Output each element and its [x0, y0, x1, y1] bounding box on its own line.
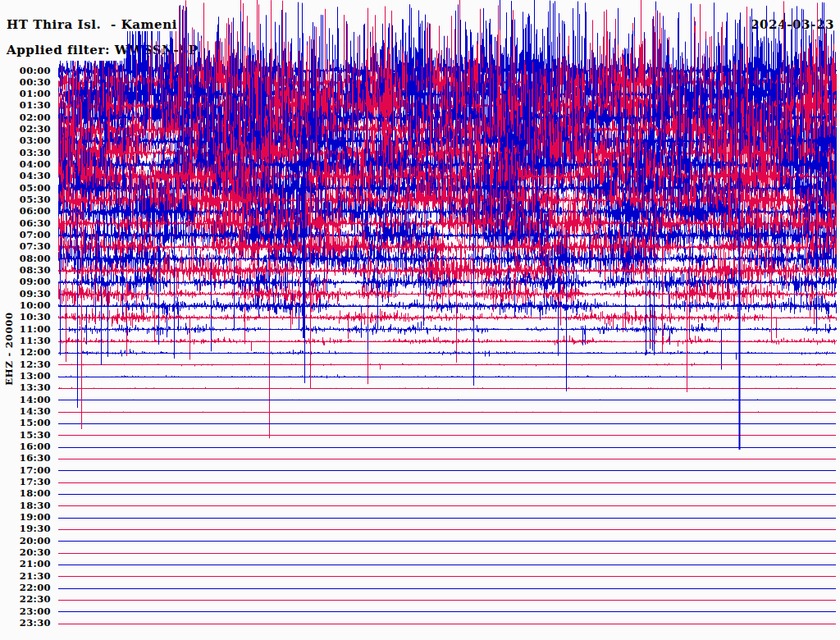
helicorder-plot: HT Thira Isl. - Kameni 2024-03-23 Applie…	[0, 0, 840, 640]
helicorder-canvas	[0, 0, 840, 640]
